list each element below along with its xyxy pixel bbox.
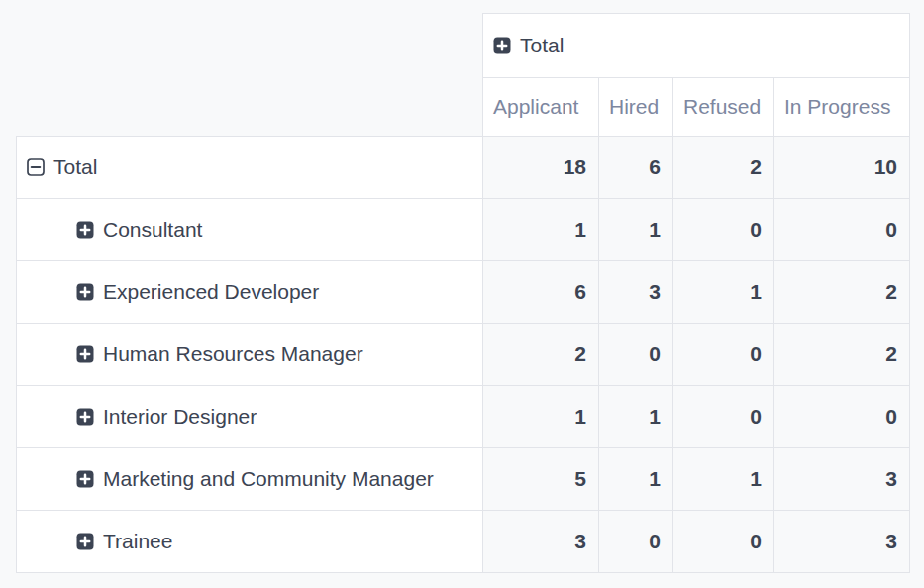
plus-square-icon[interactable] xyxy=(493,37,511,54)
table-row: Experienced Developer 6 3 1 2 xyxy=(17,261,910,324)
value-cell: 0 xyxy=(673,511,774,573)
row-header-marketing-and-community-manager[interactable]: Marketing and Community Manager xyxy=(17,448,483,511)
row-header-consultant[interactable]: Consultant xyxy=(17,199,483,261)
value-cell: 0 xyxy=(673,199,774,261)
plus-square-icon[interactable] xyxy=(76,221,94,239)
pivot-view: Total Applicant Hired Refused In Progres… xyxy=(0,0,924,588)
plus-square-icon[interactable] xyxy=(76,533,94,550)
value-cell: 2 xyxy=(483,324,599,386)
value-cell: 5 xyxy=(483,448,599,511)
column-group-label: Total xyxy=(520,34,564,57)
value-cell: 6 xyxy=(483,261,599,324)
row-label: Marketing and Community Manager xyxy=(103,467,434,491)
row-label: Total xyxy=(53,155,97,179)
row-label: Interior Designer xyxy=(103,405,257,429)
value-cell: 6 xyxy=(599,137,673,199)
value-cell: 1 xyxy=(673,448,774,511)
row-header-experienced-developer[interactable]: Experienced Developer xyxy=(17,261,483,324)
row-header-human-resources-manager[interactable]: Human Resources Manager xyxy=(17,324,483,386)
table-row: Consultant 1 1 0 0 xyxy=(17,199,910,261)
measure-header-applicant[interactable]: Applicant xyxy=(483,78,599,137)
row-label: Consultant xyxy=(103,218,202,242)
value-cell: 1 xyxy=(599,448,673,511)
value-cell: 18 xyxy=(483,137,599,199)
minus-square-icon[interactable] xyxy=(27,158,45,176)
value-cell: 0 xyxy=(774,386,910,448)
value-cell: 1 xyxy=(599,199,673,261)
plus-square-icon[interactable] xyxy=(76,283,94,301)
table-row: Interior Designer 1 1 0 0 xyxy=(17,386,910,448)
table-row: Total 18 6 2 10 xyxy=(17,137,910,199)
value-cell: 3 xyxy=(483,511,599,573)
row-label: Experienced Developer xyxy=(103,280,319,304)
row-label: Trainee xyxy=(103,530,172,553)
value-cell: 1 xyxy=(673,261,774,324)
value-cell: 3 xyxy=(774,511,910,573)
value-cell: 0 xyxy=(673,386,774,448)
table-row: Trainee 3 0 0 3 xyxy=(17,511,910,573)
plus-square-icon[interactable] xyxy=(76,408,94,426)
value-cell: 1 xyxy=(599,386,673,448)
value-cell: 0 xyxy=(599,511,673,573)
table-row: Marketing and Community Manager 5 1 1 3 xyxy=(17,448,910,511)
corner-spacer xyxy=(17,14,483,78)
measure-header-refused[interactable]: Refused xyxy=(673,78,774,137)
value-cell: 1 xyxy=(483,386,599,448)
row-header-trainee[interactable]: Trainee xyxy=(17,511,483,573)
value-cell: 0 xyxy=(599,324,673,386)
value-cell: 2 xyxy=(774,324,910,386)
pivot-table: Total Applicant Hired Refused In Progres… xyxy=(16,13,910,573)
column-group-header-total[interactable]: Total xyxy=(483,14,910,78)
value-cell: 2 xyxy=(673,137,774,199)
table-row: Human Resources Manager 2 0 0 2 xyxy=(17,324,910,386)
value-cell: 0 xyxy=(673,324,774,386)
plus-square-icon[interactable] xyxy=(76,345,94,363)
plus-square-icon[interactable] xyxy=(76,470,94,488)
value-cell: 3 xyxy=(774,448,910,511)
corner-spacer xyxy=(17,78,483,137)
row-header-interior-designer[interactable]: Interior Designer xyxy=(17,386,483,448)
value-cell: 3 xyxy=(599,261,673,324)
value-cell: 10 xyxy=(774,137,910,199)
value-cell: 1 xyxy=(483,199,599,261)
measure-header-hired[interactable]: Hired xyxy=(599,78,673,137)
row-label: Human Resources Manager xyxy=(103,343,363,366)
row-header-total[interactable]: Total xyxy=(17,137,483,199)
value-cell: 2 xyxy=(774,261,910,324)
value-cell: 0 xyxy=(774,199,910,261)
measure-header-in-progress[interactable]: In Progress xyxy=(774,78,910,137)
